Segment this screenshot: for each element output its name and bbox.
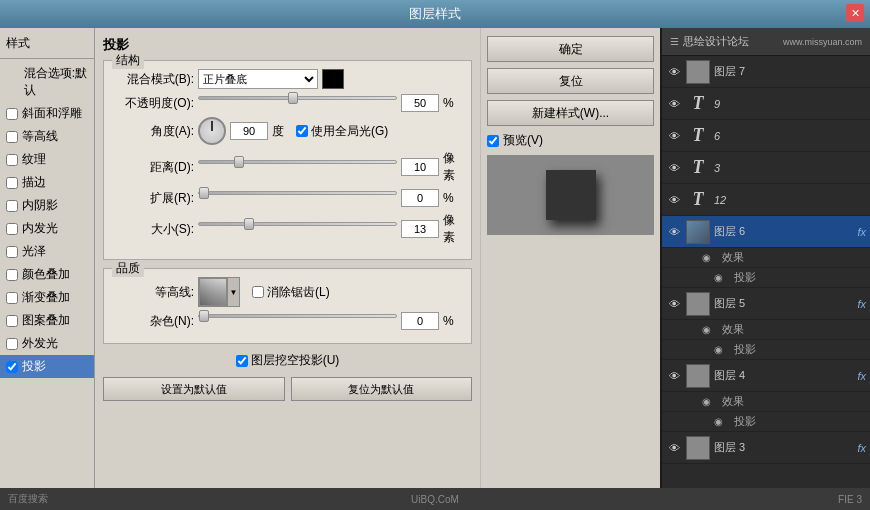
anti-alias-checkbox[interactable]: [252, 286, 264, 298]
layer-sub-layer5-0[interactable]: ◉效果: [662, 320, 870, 340]
noise-slider-track[interactable]: [198, 314, 397, 318]
layer-visibility-layer6[interactable]: 👁: [666, 226, 682, 238]
size-slider-track[interactable]: [198, 222, 397, 226]
cancel-button[interactable]: 复位: [487, 68, 654, 94]
layer-name-layer3: 图层 3: [714, 440, 853, 455]
layers-scroll[interactable]: 👁图层 7👁T9👁T6👁T3👁T12👁图层 6fx◉效果◉投影👁图层 5fx◉效…: [662, 56, 870, 488]
color-swatch[interactable]: [322, 69, 344, 89]
blend-mode-select[interactable]: 正片叠底: [198, 69, 318, 89]
global-light-label: 使用全局光(G): [296, 123, 388, 140]
style-checkbox-3[interactable]: [6, 154, 18, 166]
noise-input[interactable]: 0: [401, 312, 439, 330]
style-item-label-9: 渐变叠加: [22, 289, 70, 306]
layer-visibility-layer-T9[interactable]: 👁: [666, 98, 682, 110]
distance-input[interactable]: 10: [401, 158, 439, 176]
knockout-row: 图层挖空投影(U): [103, 352, 472, 369]
contour-thumb: [199, 278, 227, 306]
layer-name-layer6: 图层 6: [714, 224, 853, 239]
style-item-12[interactable]: 投影: [0, 355, 94, 378]
layer-item-layer-T12[interactable]: 👁T12: [662, 184, 870, 216]
style-item-9[interactable]: 渐变叠加: [0, 286, 94, 309]
global-light-checkbox[interactable]: [296, 125, 308, 137]
structure-group: 结构 混合模式(B): 正片叠底 不透明度(O):: [103, 60, 472, 260]
style-checkbox-1[interactable]: [6, 108, 18, 120]
style-checkbox-5[interactable]: [6, 200, 18, 212]
sublayer-eye-layer6-0[interactable]: ◉: [702, 252, 718, 263]
layer-sub-layer6-1[interactable]: ◉投影: [662, 268, 870, 288]
style-checkbox-11[interactable]: [6, 338, 18, 350]
layer-sub-layer6-0[interactable]: ◉效果: [662, 248, 870, 268]
style-checkbox-7[interactable]: [6, 246, 18, 258]
sublayer-eye-layer4-0[interactable]: ◉: [702, 396, 718, 407]
layer-thumb-layer7: [686, 60, 710, 84]
style-checkbox-4[interactable]: [6, 177, 18, 189]
style-checkbox-8[interactable]: [6, 269, 18, 281]
opacity-slider-track[interactable]: [198, 96, 397, 100]
spread-input[interactable]: 0: [401, 189, 439, 207]
style-item-5[interactable]: 内阴影: [0, 194, 94, 217]
preview-checkbox[interactable]: [487, 135, 499, 147]
style-checkbox-2[interactable]: [6, 131, 18, 143]
layer-visibility-layer5[interactable]: 👁: [666, 298, 682, 310]
style-item-7[interactable]: 光泽: [0, 240, 94, 263]
style-item-0[interactable]: 混合选项:默认: [0, 62, 94, 102]
style-item-4[interactable]: 描边: [0, 171, 94, 194]
style-item-8[interactable]: 颜色叠加: [0, 263, 94, 286]
size-unit: 像素: [443, 212, 463, 246]
style-checkbox-6[interactable]: [6, 223, 18, 235]
layer-sub-layer4-0[interactable]: ◉效果: [662, 392, 870, 412]
style-checkbox-10[interactable]: [6, 315, 18, 327]
spread-unit: %: [443, 191, 463, 205]
size-input[interactable]: 13: [401, 220, 439, 238]
layer-visibility-layer-T6[interactable]: 👁: [666, 130, 682, 142]
layer-sub-layer5-1[interactable]: ◉投影: [662, 340, 870, 360]
layer-visibility-layer-T12[interactable]: 👁: [666, 194, 682, 206]
style-item-1[interactable]: 斜面和浮雕: [0, 102, 94, 125]
contour-button[interactable]: ▼: [198, 277, 240, 307]
sublayer-eye-layer5-1[interactable]: ◉: [714, 344, 730, 355]
knockout-checkbox[interactable]: [236, 355, 248, 367]
layer-item-layer6[interactable]: 👁图层 6fx: [662, 216, 870, 248]
layer-item-layer-T3[interactable]: 👁T3: [662, 152, 870, 184]
angle-unit: 度: [272, 123, 292, 140]
spread-slider-track[interactable]: [198, 191, 397, 195]
layer-item-layer4[interactable]: 👁图层 4fx: [662, 360, 870, 392]
confirm-button[interactable]: 确定: [487, 36, 654, 62]
style-item-11[interactable]: 外发光: [0, 332, 94, 355]
angle-dial[interactable]: [198, 117, 226, 145]
layer-visibility-layer7[interactable]: 👁: [666, 66, 682, 78]
layer-item-layer-T9[interactable]: 👁T9: [662, 88, 870, 120]
layer-item-layer-T6[interactable]: 👁T6: [662, 120, 870, 152]
distance-slider-track[interactable]: [198, 160, 397, 164]
style-item-label-3: 纹理: [22, 151, 46, 168]
layer-item-layer3[interactable]: 👁图层 3fx: [662, 432, 870, 464]
style-item-3[interactable]: 纹理: [0, 148, 94, 171]
set-default-button[interactable]: 设置为默认值: [103, 377, 285, 401]
layer-visibility-layer3[interactable]: 👁: [666, 442, 682, 454]
sublayer-eye-layer6-1[interactable]: ◉: [714, 272, 730, 283]
sublayer-eye-layer5-0[interactable]: ◉: [702, 324, 718, 335]
layer-sub-layer4-1[interactable]: ◉投影: [662, 412, 870, 432]
sublayer-text-layer5-1: 投影: [734, 342, 756, 357]
opacity-row: 不透明度(O): 50 %: [112, 94, 463, 112]
close-button[interactable]: ✕: [846, 4, 864, 22]
layer-item-layer7[interactable]: 👁图层 7: [662, 56, 870, 88]
opacity-input[interactable]: 50: [401, 94, 439, 112]
style-checkbox-9[interactable]: [6, 292, 18, 304]
style-item-2[interactable]: 等高线: [0, 125, 94, 148]
layer-name-layer-T9: 9: [714, 98, 866, 110]
layer-visibility-layer-T3[interactable]: 👁: [666, 162, 682, 174]
center-panel: 投影 结构 混合模式(B): 正片叠底 不透明度(O):: [95, 28, 480, 488]
layer-visibility-layer4[interactable]: 👁: [666, 370, 682, 382]
knockout-text: 图层挖空投影(U): [251, 352, 340, 369]
new-style-button[interactable]: 新建样式(W)...: [487, 100, 654, 126]
reset-default-button[interactable]: 复位为默认值: [291, 377, 473, 401]
style-checkbox-12[interactable]: [6, 361, 18, 373]
layer-thumb-layer-T6: T: [686, 124, 710, 148]
preview-checkbox-row: 预览(V): [487, 132, 654, 149]
layer-item-layer5[interactable]: 👁图层 5fx: [662, 288, 870, 320]
sublayer-eye-layer4-1[interactable]: ◉: [714, 416, 730, 427]
style-item-10[interactable]: 图案叠加: [0, 309, 94, 332]
style-item-6[interactable]: 内发光: [0, 217, 94, 240]
angle-input[interactable]: 90: [230, 122, 268, 140]
